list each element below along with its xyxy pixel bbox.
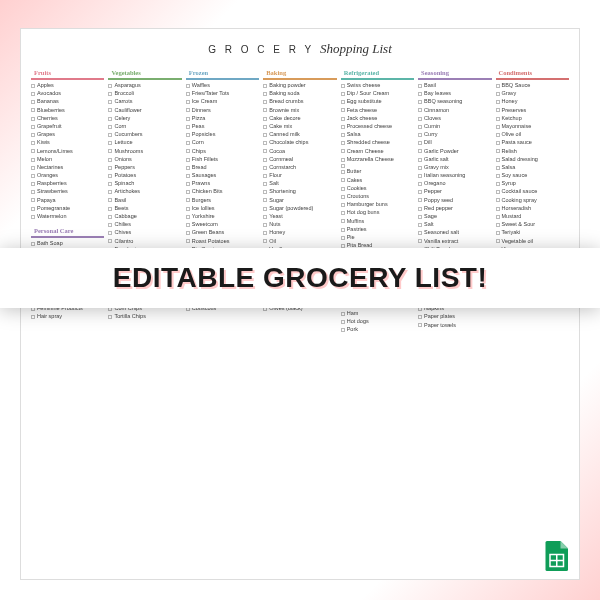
checkbox-icon[interactable] [263, 92, 267, 96]
checkbox-icon[interactable] [186, 198, 190, 202]
checkbox-icon[interactable] [186, 239, 190, 243]
checkbox-icon[interactable] [186, 174, 190, 178]
checkbox-icon[interactable] [108, 125, 112, 129]
checkbox-icon[interactable] [263, 239, 267, 243]
checkbox-icon[interactable] [496, 125, 500, 129]
checkbox-icon[interactable] [418, 190, 422, 194]
checkbox-icon[interactable] [341, 187, 345, 191]
checkbox-icon[interactable] [108, 190, 112, 194]
checkbox-icon[interactable] [186, 158, 190, 162]
checkbox-icon[interactable] [341, 195, 345, 199]
checkbox-icon[interactable] [496, 182, 500, 186]
checkbox-icon[interactable] [341, 219, 345, 223]
checkbox-icon[interactable] [341, 92, 345, 96]
checkbox-icon[interactable] [31, 117, 35, 121]
checkbox-icon[interactable] [108, 315, 112, 319]
checkbox-icon[interactable] [418, 166, 422, 170]
checkbox-icon[interactable] [496, 92, 500, 96]
checkbox-icon[interactable] [341, 164, 345, 168]
checkbox-icon[interactable] [108, 166, 112, 170]
checkbox-icon[interactable] [186, 149, 190, 153]
checkbox-icon[interactable] [108, 133, 112, 137]
checkbox-icon[interactable] [263, 223, 267, 227]
checkbox-icon[interactable] [341, 158, 345, 162]
checkbox-icon[interactable] [263, 117, 267, 121]
checkbox-icon[interactable] [31, 174, 35, 178]
checkbox-icon[interactable] [418, 174, 422, 178]
checkbox-icon[interactable] [186, 108, 190, 112]
checkbox-icon[interactable] [418, 84, 422, 88]
checkbox-icon[interactable] [263, 158, 267, 162]
checkbox-icon[interactable] [186, 125, 190, 129]
checkbox-icon[interactable] [341, 170, 345, 174]
checkbox-icon[interactable] [108, 92, 112, 96]
checkbox-icon[interactable] [31, 108, 35, 112]
checkbox-icon[interactable] [186, 223, 190, 227]
checkbox-icon[interactable] [108, 198, 112, 202]
checkbox-icon[interactable] [341, 133, 345, 137]
checkbox-icon[interactable] [418, 207, 422, 211]
checkbox-icon[interactable] [186, 231, 190, 235]
checkbox-icon[interactable] [496, 84, 500, 88]
checkbox-icon[interactable] [341, 141, 345, 145]
checkbox-icon[interactable] [31, 190, 35, 194]
checkbox-icon[interactable] [496, 190, 500, 194]
checkbox-icon[interactable] [496, 198, 500, 202]
checkbox-icon[interactable] [496, 117, 500, 121]
checkbox-icon[interactable] [418, 315, 422, 319]
checkbox-icon[interactable] [31, 133, 35, 137]
checkbox-icon[interactable] [341, 328, 345, 332]
checkbox-icon[interactable] [263, 207, 267, 211]
checkbox-icon[interactable] [263, 133, 267, 137]
checkbox-icon[interactable] [186, 207, 190, 211]
checkbox-icon[interactable] [186, 141, 190, 145]
checkbox-icon[interactable] [186, 190, 190, 194]
checkbox-icon[interactable] [496, 141, 500, 145]
checkbox-icon[interactable] [31, 84, 35, 88]
checkbox-icon[interactable] [341, 84, 345, 88]
checkbox-icon[interactable] [31, 242, 35, 246]
checkbox-icon[interactable] [31, 315, 35, 319]
checkbox-icon[interactable] [418, 133, 422, 137]
checkbox-icon[interactable] [186, 92, 190, 96]
checkbox-icon[interactable] [341, 100, 345, 104]
checkbox-icon[interactable] [263, 149, 267, 153]
checkbox-icon[interactable] [108, 149, 112, 153]
checkbox-icon[interactable] [263, 100, 267, 104]
checkbox-icon[interactable] [496, 231, 500, 235]
checkbox-icon[interactable] [108, 117, 112, 121]
checkbox-icon[interactable] [496, 166, 500, 170]
checkbox-icon[interactable] [31, 141, 35, 145]
checkbox-icon[interactable] [263, 84, 267, 88]
checkbox-icon[interactable] [418, 92, 422, 96]
checkbox-icon[interactable] [108, 231, 112, 235]
checkbox-icon[interactable] [418, 141, 422, 145]
checkbox-icon[interactable] [31, 125, 35, 129]
checkbox-icon[interactable] [341, 236, 345, 240]
checkbox-icon[interactable] [108, 223, 112, 227]
checkbox-icon[interactable] [341, 312, 345, 316]
checkbox-icon[interactable] [341, 203, 345, 207]
checkbox-icon[interactable] [31, 92, 35, 96]
checkbox-icon[interactable] [263, 198, 267, 202]
checkbox-icon[interactable] [108, 108, 112, 112]
checkbox-icon[interactable] [496, 133, 500, 137]
checkbox-icon[interactable] [263, 231, 267, 235]
checkbox-icon[interactable] [108, 207, 112, 211]
checkbox-icon[interactable] [496, 158, 500, 162]
checkbox-icon[interactable] [263, 190, 267, 194]
checkbox-icon[interactable] [418, 158, 422, 162]
checkbox-icon[interactable] [418, 149, 422, 153]
checkbox-icon[interactable] [341, 211, 345, 215]
checkbox-icon[interactable] [496, 239, 500, 243]
checkbox-icon[interactable] [31, 166, 35, 170]
checkbox-icon[interactable] [108, 158, 112, 162]
checkbox-icon[interactable] [341, 320, 345, 324]
checkbox-icon[interactable] [341, 228, 345, 232]
checkbox-icon[interactable] [418, 198, 422, 202]
checkbox-icon[interactable] [186, 100, 190, 104]
checkbox-icon[interactable] [341, 125, 345, 129]
checkbox-icon[interactable] [418, 215, 422, 219]
checkbox-icon[interactable] [418, 223, 422, 227]
checkbox-icon[interactable] [31, 198, 35, 202]
